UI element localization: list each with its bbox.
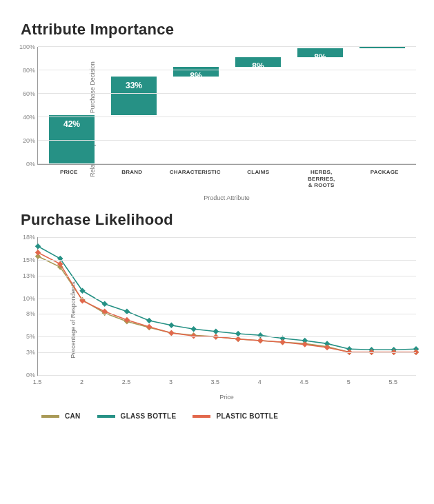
chart1-title: Attribute Importance — [21, 21, 420, 39]
y-tick-label: 0% — [17, 372, 35, 379]
series-marker — [35, 243, 41, 249]
legend-label: PLASTIC BOTTLE — [216, 412, 278, 420]
series-marker — [190, 333, 196, 339]
bar: 8% — [235, 57, 281, 67]
gridline — [38, 375, 416, 376]
gridline — [38, 163, 416, 164]
gridline — [38, 70, 416, 70]
x-tick-label: 4.5 — [300, 379, 309, 385]
y-tick-label: 8% — [17, 310, 35, 317]
legend-item: GLASS BOTTLE — [97, 412, 177, 420]
x-tick-label: HERBS,BERRIES,& ROOTS — [290, 169, 353, 189]
bar-slot: 8% — [169, 47, 223, 164]
bar-slot: 8% — [231, 47, 285, 164]
y-tick-label: 60% — [17, 90, 35, 97]
gridline — [38, 276, 416, 276]
bar — [359, 47, 405, 48]
legend-label: CAN — [65, 412, 81, 420]
x-tick-label: PACKAGE — [353, 169, 417, 189]
gridline — [38, 46, 416, 47]
y-tick-label: 15% — [17, 256, 35, 263]
chart2-frame: Percentage of Respondents 0%3%5%8%10%13%… — [37, 237, 416, 403]
bar-value-label: 33% — [111, 81, 157, 90]
bar-slot: 8% — [293, 47, 347, 164]
x-tick-label: 3.5 — [211, 379, 220, 385]
y-tick-label: 13% — [17, 272, 35, 279]
series-marker — [324, 345, 330, 350]
series-marker — [146, 324, 152, 330]
series-marker — [302, 341, 308, 347]
legend-swatch — [97, 415, 115, 418]
bar-value-label: 8% — [173, 71, 219, 81]
chart1-plot-area: 42%33%8%8%8% 0%20%40%60%80%100% — [37, 47, 416, 165]
bar: 8% — [173, 67, 219, 77]
gridline — [38, 299, 416, 299]
gridline — [38, 140, 416, 141]
gridline — [38, 314, 416, 314]
x-tick-label: 5.5 — [388, 379, 397, 385]
gridline — [38, 237, 416, 238]
legend-item: PLASTIC BOTTLE — [193, 412, 278, 420]
bar-slot: 33% — [107, 47, 161, 164]
y-tick-label: 40% — [17, 114, 35, 121]
chart1-bars: 42%33%8%8%8% — [38, 47, 416, 164]
legend-item: CAN — [41, 412, 81, 420]
series-marker — [35, 250, 41, 255]
legend-swatch — [41, 415, 59, 418]
chart2-plot-area: 0%3%5%8%10%13%15%18% — [37, 237, 416, 376]
y-tick-label: 80% — [17, 67, 35, 74]
y-tick-label: 5% — [17, 333, 35, 340]
chart2-legend: CANGLASS BOTTLEPLASTIC BOTTLE — [41, 412, 420, 420]
x-tick-label: 1.5 — [33, 379, 42, 385]
series-marker — [257, 338, 263, 343]
chart2-xlabel: Price — [37, 394, 416, 401]
bar-value-label: 42% — [49, 119, 95, 129]
gridline — [38, 117, 416, 117]
bar: 33% — [111, 77, 157, 115]
x-tick-label: 2 — [80, 379, 83, 385]
y-tick-label: 0% — [17, 161, 35, 168]
y-tick-label: 3% — [17, 349, 35, 356]
chart2-svg — [38, 237, 416, 375]
series-marker — [168, 323, 174, 328]
x-tick-label: 2.5 — [122, 379, 131, 385]
chart2-title: Purchase Likelihood — [21, 211, 420, 229]
legend-label: GLASS BOTTLE — [121, 412, 177, 420]
y-tick-label: 20% — [17, 137, 35, 144]
y-tick-label: 100% — [17, 43, 35, 50]
x-tick-label: 3 — [169, 379, 172, 385]
x-tick-label: CLAIMS — [227, 169, 290, 189]
bar-slot — [355, 47, 409, 164]
gridline — [38, 352, 416, 353]
y-tick-label: 10% — [17, 295, 35, 302]
series-marker — [146, 318, 152, 323]
chart1-frame: Relative Importance to Purchase Decision… — [37, 47, 416, 192]
series-marker — [168, 330, 174, 336]
series-marker — [101, 301, 107, 306]
chart1-xlabel: Product Attribute — [37, 194, 416, 201]
gridline — [38, 93, 416, 94]
bar-slot: 42% — [45, 47, 99, 164]
x-tick-label: CHARACTERISTIC — [164, 169, 227, 189]
series-marker — [279, 339, 285, 345]
series-marker — [190, 326, 196, 332]
series-marker — [235, 331, 241, 336]
bar-value-label: 8% — [297, 52, 343, 62]
y-tick-label: 18% — [17, 234, 35, 241]
bar: 8% — [297, 48, 343, 58]
x-tick-label: BRAND — [101, 169, 164, 189]
legend-swatch — [193, 415, 210, 418]
gridline — [38, 260, 416, 261]
x-tick-label: 4 — [258, 379, 262, 385]
series-marker — [213, 328, 219, 334]
x-tick-label: 5 — [347, 379, 351, 385]
gridline — [38, 336, 416, 337]
chart2-xticks: 1.522.533.544.555.5 — [37, 379, 416, 388]
